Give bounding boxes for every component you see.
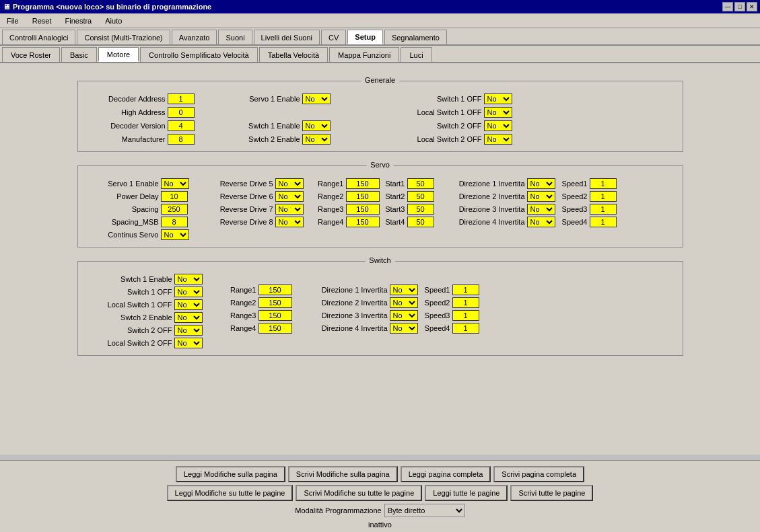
rev-drive-7-select[interactable]: No <box>275 204 304 215</box>
continus-servo-select[interactable]: No <box>161 229 189 240</box>
scrivi-tutte-button[interactable]: Scrivi tutte le pagine <box>510 485 593 501</box>
range2-input-sw[interactable] <box>258 297 292 308</box>
dir2-select-s[interactable]: No <box>527 191 555 202</box>
tab-controlli-analogici[interactable]: Controlli Analogici <box>2 30 75 44</box>
menu-aiuto[interactable]: Aiuto <box>101 15 126 26</box>
start4-label-s: Start4 <box>382 218 405 226</box>
range4-input-s[interactable] <box>346 217 380 227</box>
switch1-off-select-sw[interactable]: No <box>174 287 203 297</box>
tab-avanzato[interactable]: Avanzato <box>172 30 217 44</box>
tab-suoni[interactable]: Suoni <box>218 30 252 44</box>
leggi-pagina-completa-button[interactable]: Leggi pagina completa <box>401 466 491 482</box>
dir2-select-sw[interactable]: No <box>390 297 418 308</box>
dir3-select-s[interactable]: No <box>527 204 555 215</box>
start4-input-s[interactable] <box>407 217 434 227</box>
spacing-label: Spacing <box>85 205 159 213</box>
leggi-tutte-button[interactable]: Leggi tutte le pagine <box>425 485 508 501</box>
start2-input-s[interactable] <box>407 191 434 202</box>
dir1-select-s[interactable]: No <box>527 178 555 189</box>
speed1-input-s[interactable] <box>590 178 617 189</box>
dir4-select-sw[interactable]: No <box>390 323 418 334</box>
speed4-input-sw[interactable] <box>452 323 479 334</box>
range1-input-s[interactable] <box>346 178 380 189</box>
range4-label-sw: Range4 <box>226 324 256 332</box>
range4-input-sw[interactable] <box>258 323 292 334</box>
local-switch1-off-select-g[interactable]: No <box>484 107 512 118</box>
scrivi-modifiche-tutte-button[interactable]: Scrivi Modifiche su tutte le pagine <box>296 485 422 501</box>
high-address-input[interactable] <box>168 107 195 118</box>
range3-input-s[interactable] <box>346 204 380 215</box>
rev-drive-6-label: Reverse Drive 6 <box>213 192 273 200</box>
scrivi-modifiche-pagina-button[interactable]: Scrivi Modifiche sulla pagina <box>288 466 398 482</box>
power-delay-label: Power Delay <box>85 192 159 200</box>
decoder-version-input[interactable] <box>168 120 195 131</box>
tab-consist[interactable]: Consist (Multi-Trazione) <box>77 30 170 44</box>
section-servo-title: Servo <box>366 161 394 169</box>
scrivi-pagina-completa-button[interactable]: Scrivi pagina completa <box>493 466 584 482</box>
minimize-button[interactable]: — <box>722 2 733 11</box>
tab-setup[interactable]: Setup <box>347 30 383 44</box>
decoder-address-input[interactable] <box>168 93 195 104</box>
dir4-label-s: Direzione 4 Invertita <box>441 218 525 226</box>
subtab-mappa-funzioni[interactable]: Mappa Funzioni <box>329 47 399 62</box>
rev-drive-8-select[interactable]: No <box>275 217 304 227</box>
subtab-luci[interactable]: Luci <box>401 47 431 62</box>
swtch2-enable-select-sw[interactable]: No <box>174 312 203 323</box>
tab-livelli-suoni[interactable]: Livelli dei Suoni <box>254 30 320 44</box>
programmazione-select[interactable]: Byte diretto Bit diretto Registro <box>384 504 465 517</box>
local-switch2-off-select-g[interactable]: No <box>484 134 512 145</box>
speed3-input-s[interactable] <box>590 204 617 215</box>
swtch1-enable-select-sw[interactable]: No <box>174 274 203 284</box>
range2-input-s[interactable] <box>346 191 380 202</box>
leggi-modifiche-pagina-button[interactable]: Leggi Modifiche sulla pagina <box>176 466 285 482</box>
close-button[interactable]: ✕ <box>747 2 757 11</box>
speed4-input-s[interactable] <box>590 217 617 227</box>
switch2-off-select-sw[interactable]: No <box>174 325 203 336</box>
switch2-off-select-g[interactable]: No <box>484 120 512 131</box>
speed3-input-sw[interactable] <box>452 310 479 321</box>
power-delay-input[interactable] <box>161 191 188 202</box>
subtab-basic[interactable]: Basic <box>61 47 97 62</box>
menu-finestra[interactable]: Finestra <box>61 15 96 26</box>
subtab-voce-roster[interactable]: Voce Roster <box>2 47 60 62</box>
swtch1-enable-label-sw: Swtch 1 Enable <box>85 275 172 283</box>
servo1-enable-select-s[interactable]: No <box>161 178 189 189</box>
switch1-off-label-g: Switch 1 OFF <box>394 95 482 103</box>
speed2-input-sw[interactable] <box>452 297 479 308</box>
dir4-select-s[interactable]: No <box>527 217 555 227</box>
tab-cv[interactable]: CV <box>321 30 346 44</box>
local-switch1-off-select-sw[interactable]: No <box>174 299 203 310</box>
rev-drive-6-select[interactable]: No <box>275 191 304 202</box>
spacing-msb-input[interactable] <box>161 217 188 227</box>
subtab-tabella-velocita[interactable]: Tabella Velocità <box>259 47 328 62</box>
swtch2-enable-select-g[interactable]: No <box>302 134 331 145</box>
rev-drive-5-select[interactable]: No <box>275 178 304 189</box>
manufacturer-input[interactable] <box>168 134 195 145</box>
speed1-input-sw[interactable] <box>452 284 479 295</box>
range1-input-sw[interactable] <box>258 284 292 295</box>
subtab-controllo-velocita[interactable]: Controllo Semplificato Velocità <box>140 47 258 62</box>
switch1-off-select-g[interactable]: No <box>484 93 512 104</box>
spacing-input[interactable] <box>161 204 188 215</box>
subtab-motore[interactable]: Motore <box>98 47 139 62</box>
servo1-enable-label-g: Servo 1 Enable <box>233 95 300 103</box>
leggi-modifiche-tutte-button[interactable]: Leggi Modifiche su tutte le pagine <box>167 485 293 501</box>
rev-drive-8-label: Reverse Drive 8 <box>213 218 273 226</box>
manufacturer-label: Manufacturer <box>85 135 166 143</box>
dir3-select-sw[interactable]: No <box>390 310 418 321</box>
range3-input-sw[interactable] <box>258 310 292 321</box>
tab-segnalamento[interactable]: Segnalamento <box>384 30 447 44</box>
menu-reset[interactable]: Reset <box>28 15 56 26</box>
maximize-button[interactable]: □ <box>734 2 745 11</box>
range2-label-sw: Range2 <box>226 299 256 307</box>
speed2-input-s[interactable] <box>590 191 617 202</box>
start3-input-s[interactable] <box>407 204 434 215</box>
menu-file[interactable]: File <box>3 15 23 26</box>
servo1-enable-select-g[interactable]: No <box>302 93 331 104</box>
swtch1-enable-select-g[interactable]: No <box>302 120 331 131</box>
dir1-select-sw[interactable]: No <box>390 284 418 295</box>
range3-label-sw: Range3 <box>226 311 256 319</box>
local-switch2-off-select-sw[interactable]: No <box>174 338 203 348</box>
start1-input-s[interactable] <box>407 178 434 189</box>
speed2-label-s: Speed2 <box>557 192 588 200</box>
